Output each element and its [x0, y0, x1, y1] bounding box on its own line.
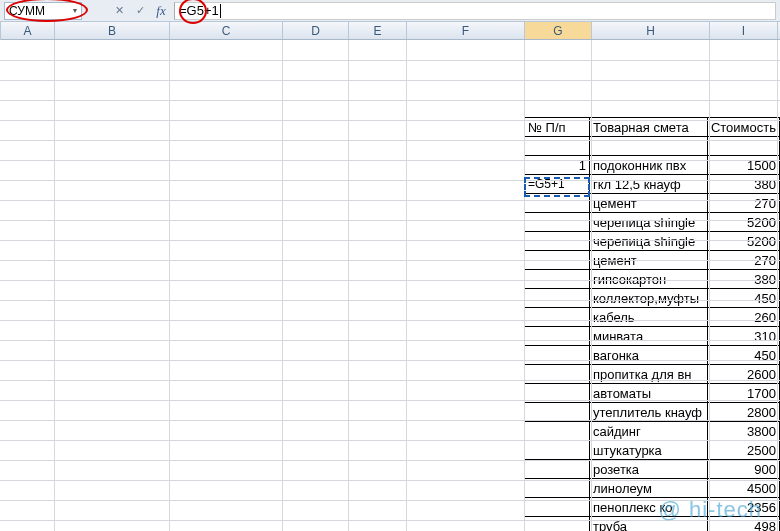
table-row: черепица shingle5200 — [525, 213, 780, 232]
table-row: линолеум4500 — [525, 479, 780, 498]
cell-num[interactable] — [525, 308, 590, 327]
column-header-E[interactable]: E — [349, 22, 407, 39]
cell-cost[interactable]: 450 — [707, 346, 779, 365]
cell-cost[interactable]: 270 — [707, 194, 779, 213]
gridline — [169, 40, 170, 531]
cell-name[interactable]: черепица shingle — [589, 213, 707, 232]
column-header-C[interactable]: C — [170, 22, 283, 39]
cell-num[interactable]: =G5+1 — [525, 175, 590, 194]
column-header-H[interactable]: H — [592, 22, 710, 39]
accept-icon[interactable]: ✓ — [131, 2, 149, 20]
cell-num[interactable] — [525, 289, 590, 308]
cell-name[interactable]: штукатурка — [589, 441, 707, 460]
cell-num[interactable] — [525, 422, 590, 441]
cell-num[interactable] — [525, 403, 590, 422]
cell-num[interactable] — [525, 517, 590, 532]
table-row: гипсокартон380 — [525, 270, 780, 289]
gridline — [0, 180, 780, 181]
gridline — [0, 160, 780, 161]
cell-name[interactable]: кабель — [589, 308, 707, 327]
gridline — [591, 40, 592, 531]
gridline — [0, 380, 780, 381]
cell-name[interactable]: линолеум — [589, 479, 707, 498]
table-row: 1подоконник пвх1500 — [525, 156, 780, 175]
cell-name[interactable]: утеплитель кнауф — [589, 403, 707, 422]
column-header-B[interactable]: B — [55, 22, 170, 39]
cell-num[interactable] — [525, 479, 590, 498]
gridline — [0, 400, 780, 401]
cell-name[interactable]: гипсокартон — [589, 270, 707, 289]
column-header-G[interactable]: G — [525, 22, 592, 39]
cell-num[interactable]: 1 — [525, 156, 590, 175]
cell-name[interactable]: гкл 12,5 кнауф — [589, 175, 707, 194]
cell-cost[interactable]: 5200 — [707, 213, 779, 232]
cell-cost[interactable]: 380 — [707, 175, 779, 194]
gridline — [0, 240, 780, 241]
gridline — [0, 480, 780, 481]
gridline — [777, 40, 778, 531]
column-header-I[interactable]: I — [710, 22, 778, 39]
cell-name[interactable]: подоконник пвх — [589, 156, 707, 175]
table-row: штукатурка2500 — [525, 441, 780, 460]
gridline — [0, 420, 780, 421]
cell-name[interactable]: цемент — [589, 194, 707, 213]
cell-cost[interactable]: 310 — [707, 327, 779, 346]
cell-cost[interactable]: 380 — [707, 270, 779, 289]
gridline — [0, 220, 780, 221]
cell-cost[interactable]: 2500 — [707, 441, 779, 460]
gridline — [0, 460, 780, 461]
table-row: черепица shingle5200 — [525, 232, 780, 251]
formula-text: =G5+1 — [179, 3, 219, 18]
name-box[interactable]: СУММ ▾ — [4, 2, 82, 20]
gridline — [406, 40, 407, 531]
name-box-text: СУММ — [9, 4, 45, 18]
gridline — [0, 300, 780, 301]
cell-num[interactable] — [525, 213, 590, 232]
gridline — [0, 260, 780, 261]
cell-num[interactable] — [525, 232, 590, 251]
cell-name[interactable]: коллектор,муфты — [589, 289, 707, 308]
column-header-D[interactable]: D — [283, 22, 349, 39]
cell-cost[interactable]: 1500 — [707, 156, 779, 175]
table-row: кабель260 — [525, 308, 780, 327]
cell-num[interactable] — [525, 441, 590, 460]
cell-num[interactable] — [525, 346, 590, 365]
cell-name[interactable]: черепица shingle — [589, 232, 707, 251]
cell-cost[interactable]: 4500 — [707, 479, 779, 498]
table-row: коллектор,муфты450 — [525, 289, 780, 308]
gridline — [0, 360, 780, 361]
cell-name[interactable]: минвата — [589, 327, 707, 346]
spreadsheet-grid[interactable]: № П/п Товарная смета Стоимость 1подоконн… — [0, 40, 780, 531]
table-row: =G5+1гкл 12,5 кнауф380 — [525, 175, 780, 194]
gridline — [709, 40, 710, 531]
cell-num[interactable] — [525, 270, 590, 289]
gridline — [0, 280, 780, 281]
cell-cost[interactable]: 5200 — [707, 232, 779, 251]
gridline — [54, 40, 55, 531]
table-row: минвата310 — [525, 327, 780, 346]
gridline — [0, 60, 780, 61]
cell-name[interactable]: сайдинг — [589, 422, 707, 441]
formula-bar: СУММ ▾ ✕ ✓ fx =G5+1 — [0, 0, 780, 22]
cell-name[interactable]: вагонка — [589, 346, 707, 365]
cell-num[interactable] — [525, 460, 590, 479]
table-row: цемент270 — [525, 194, 780, 213]
cell-cost[interactable]: 900 — [707, 460, 779, 479]
gridline — [0, 440, 780, 441]
gridline — [282, 40, 283, 531]
cell-cost[interactable]: 3800 — [707, 422, 779, 441]
dropdown-icon[interactable]: ▾ — [73, 6, 77, 15]
cell-name[interactable]: розетка — [589, 460, 707, 479]
column-header-A[interactable]: A — [1, 22, 55, 39]
cancel-icon[interactable]: ✕ — [110, 2, 128, 20]
fx-icon[interactable]: fx — [152, 2, 170, 20]
column-header-F[interactable]: F — [407, 22, 525, 39]
cell-cost[interactable]: 260 — [707, 308, 779, 327]
formula-input[interactable]: =G5+1 — [174, 2, 776, 20]
cell-cost[interactable]: 450 — [707, 289, 779, 308]
cell-num[interactable] — [525, 327, 590, 346]
gridline — [0, 200, 780, 201]
cell-cost[interactable]: 2800 — [707, 403, 779, 422]
gridline — [0, 100, 780, 101]
cell-num[interactable] — [525, 194, 590, 213]
